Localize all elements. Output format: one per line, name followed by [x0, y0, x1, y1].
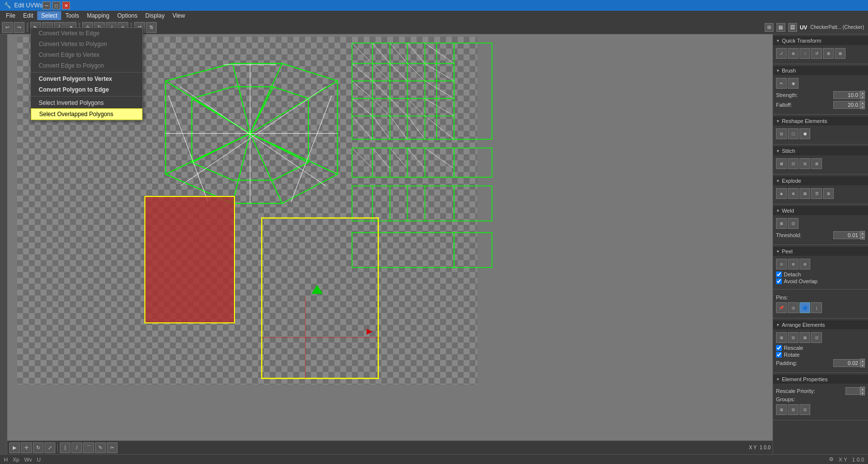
rescale-priority-down[interactable]: ▼	[860, 391, 865, 395]
qt-btn5[interactable]: ⊞	[823, 48, 834, 59]
pins-btn4[interactable]: |	[811, 302, 822, 313]
dropdown-convert-edge-polygon[interactable]: Convert Edge to Polygon	[31, 60, 142, 71]
strength-down[interactable]: ▼	[860, 95, 865, 99]
padding-input[interactable]	[833, 359, 860, 367]
groups-btn2[interactable]: ⊟	[788, 404, 798, 415]
bottom-scale-btn[interactable]: ⤢	[45, 442, 55, 453]
explode-btn4[interactable]: ☰	[811, 188, 822, 199]
explode-header[interactable]: ▼ Explode	[773, 176, 868, 185]
detach-checkbox[interactable]	[776, 271, 782, 277]
explode-btn1[interactable]: ◈	[776, 188, 787, 199]
avoid-overlap-checkbox[interactable]	[776, 278, 782, 284]
explode-btn5[interactable]: ⊞	[823, 188, 834, 199]
bottom-btn8[interactable]: ✎	[95, 442, 106, 453]
reshape-btn1[interactable]: ⊟	[776, 128, 787, 139]
bottom-btn6[interactable]: /	[71, 442, 82, 453]
dropdown-convert-edge-vertex[interactable]: Convert Edge to Vertex	[31, 49, 142, 60]
dropdown-convert-vertex-edge[interactable]: Convert Vertex to Edge	[31, 28, 142, 39]
padding-up[interactable]: ▲	[860, 359, 865, 363]
falloff-input[interactable]	[833, 101, 860, 109]
groups-btn3[interactable]: ⊡	[799, 404, 810, 415]
toolbar-checker-icon[interactable]: ▦	[776, 23, 785, 32]
stitch-btn1[interactable]: ⊠	[776, 158, 787, 169]
rescale-checkbox[interactable]	[776, 345, 782, 351]
falloff-down[interactable]: ▼	[860, 105, 865, 109]
qt-btn2[interactable]: ⊕	[788, 48, 798, 59]
arrange-arrow: ▼	[776, 323, 780, 327]
bottom-btn7[interactable]: ⌒	[83, 442, 94, 453]
element-props-header[interactable]: ▼ Element Properties	[773, 375, 868, 384]
bottom-btn5[interactable]: |	[60, 442, 70, 453]
toolbar-mirror-v[interactable]: ⇅	[146, 22, 157, 33]
rescale-priority-input[interactable]	[845, 387, 860, 395]
pins-btn2[interactable]: ◎	[788, 302, 798, 313]
falloff-up[interactable]: ▲	[860, 100, 865, 105]
peel-btn2[interactable]: ⊚	[788, 259, 798, 269]
pins-btn1[interactable]: 📌	[776, 302, 787, 313]
arrange-btn1[interactable]: ⊞	[776, 332, 787, 343]
brush-btn1[interactable]: ✏	[776, 78, 787, 89]
dropdown-convert-polygon-edge[interactable]: Convert Polygon to Edge	[31, 84, 142, 95]
threshold-up[interactable]: ▲	[860, 231, 865, 235]
stitch-btn4[interactable]: ⊞	[811, 158, 822, 169]
menu-file[interactable]: File	[2, 11, 19, 20]
reshape-btn3[interactable]: ⬢	[799, 128, 810, 139]
brush-btn2[interactable]: ◉	[788, 78, 798, 89]
explode-btn2[interactable]: ⊕	[788, 188, 798, 199]
peel-header[interactable]: ▼ Peel	[773, 247, 868, 256]
reshape-header[interactable]: ▼ Reshape Elements	[773, 117, 868, 125]
menu-select[interactable]: Select	[37, 11, 61, 20]
peel-btn1[interactable]: ⊙	[776, 259, 787, 269]
weld-btn1[interactable]: ⊠	[776, 218, 787, 229]
strength-up[interactable]: ▲	[860, 91, 865, 95]
status-settings-icon[interactable]: ⚙	[829, 456, 834, 463]
qt-btn1[interactable]: ⤢	[776, 48, 787, 59]
stitch-btn2[interactable]: ⊡	[788, 158, 798, 169]
menu-edit[interactable]: Edit	[19, 11, 37, 20]
weld-btn2[interactable]: ⊡	[788, 218, 798, 229]
qt-btn4[interactable]: ↺	[811, 48, 822, 59]
qt-btn3[interactable]: ↕	[799, 48, 810, 59]
dropdown-select-inverted[interactable]: Select Inverted Polygons	[31, 98, 142, 108]
padding-down[interactable]: ▼	[860, 363, 865, 367]
bottom-select-btn[interactable]: ▶	[9, 442, 20, 453]
strength-input[interactable]	[833, 91, 860, 99]
menu-display[interactable]: Display	[141, 11, 168, 20]
toolbar-redo[interactable]: ↪	[14, 22, 24, 33]
explode-btn3[interactable]: ⊠	[799, 188, 810, 199]
close-button[interactable]: ✕	[62, 1, 70, 9]
menu-mapping[interactable]: Mapping	[83, 11, 113, 20]
pins-btn3[interactable]: 🔵	[799, 302, 810, 313]
arrange-btn4[interactable]: ⊡	[811, 332, 822, 343]
minimize-button[interactable]: ─	[43, 1, 50, 9]
arrange-header[interactable]: ▼ Arrange Elements	[773, 320, 868, 329]
stitch-btn3[interactable]: ⊟	[799, 158, 810, 169]
menu-tools[interactable]: Tools	[61, 11, 83, 20]
toolbar-undo[interactable]: ↩	[2, 22, 13, 33]
groups-btn1[interactable]: ⊞	[776, 404, 787, 415]
stitch-header[interactable]: ▼ Stitch	[773, 147, 868, 155]
menu-view[interactable]: View	[168, 11, 189, 20]
rescale-priority-up[interactable]: ▲	[860, 387, 865, 391]
peel-btn3[interactable]: ⊛	[799, 259, 810, 269]
dropdown-convert-vertex-polygon[interactable]: Convert Vertex to Polygon	[31, 39, 142, 49]
threshold-down[interactable]: ▼	[860, 235, 865, 240]
dropdown-convert-polygon-vertex[interactable]: Convert Polygon to Vertex	[31, 73, 142, 84]
dropdown-select-overlapped[interactable]: Select Overlapped Polygons	[31, 108, 142, 120]
toolbar-grid-icon[interactable]: ⊞	[765, 23, 774, 32]
quick-transform-header[interactable]: ▼ Quick Transform	[773, 36, 868, 45]
reshape-btn2[interactable]: ⬡	[788, 128, 798, 139]
threshold-input[interactable]	[833, 231, 860, 239]
rotate-checkbox[interactable]	[776, 352, 782, 358]
weld-header[interactable]: ▼ Weld	[773, 206, 868, 215]
bottom-move-btn[interactable]: ✛	[21, 442, 32, 453]
qt-btn6[interactable]: ⊠	[835, 48, 845, 59]
bottom-rotate-btn[interactable]: ↻	[33, 442, 44, 453]
bottom-btn9[interactable]: ✂	[107, 442, 117, 453]
brush-header[interactable]: ▼ Brush	[773, 66, 868, 75]
toolbar-texture-icon[interactable]: 🖼	[788, 23, 797, 32]
arrange-btn3[interactable]: ⊠	[799, 332, 810, 343]
maximize-button[interactable]: □	[52, 1, 60, 9]
menu-options[interactable]: Options	[113, 11, 141, 20]
arrange-btn2[interactable]: ⊟	[788, 332, 798, 343]
